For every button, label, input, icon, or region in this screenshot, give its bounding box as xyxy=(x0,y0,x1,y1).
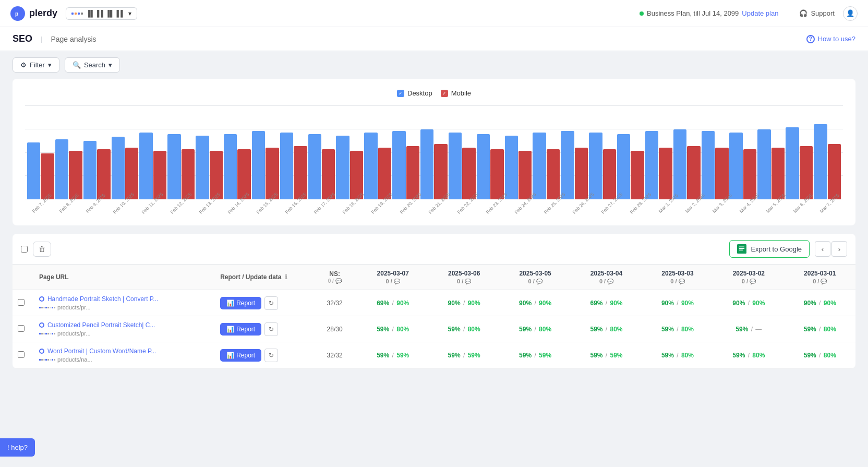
svg-rect-3 xyxy=(739,247,745,248)
select-all-checkbox[interactable] xyxy=(21,246,28,253)
refresh-button[interactable]: ↻ xyxy=(264,349,278,362)
thumb-pixel xyxy=(54,359,55,361)
score-a: 59% xyxy=(519,352,532,359)
row-report-cell: 📊 Report ↻ xyxy=(215,290,312,316)
bar-mobile xyxy=(828,144,841,199)
thumb-pixel xyxy=(50,307,51,308)
bar-mobile xyxy=(322,149,335,199)
thumb-pixel xyxy=(52,359,53,361)
bar-desktop xyxy=(729,133,742,199)
bar-desktop xyxy=(224,134,237,199)
bar-group xyxy=(757,129,785,199)
search-chevron-icon: ▾ xyxy=(108,61,112,69)
comment-icon: 💬 xyxy=(821,279,827,284)
report-button[interactable]: 📊 Report xyxy=(220,323,261,336)
bar-desktop xyxy=(449,133,462,199)
refresh-button[interactable]: ↻ xyxy=(264,322,278,336)
url-path: products/na... xyxy=(39,356,210,363)
bar-desktop xyxy=(702,131,715,199)
row-checkbox[interactable] xyxy=(18,299,25,306)
search-button[interactable]: 🔍 Search ▾ xyxy=(65,57,120,73)
score-b: 59% xyxy=(468,352,480,359)
toolbar: ⚙ Filter ▾ 🔍 Search ▾ xyxy=(0,51,868,79)
thumb-pixel xyxy=(39,333,41,334)
chart-container: ✓ Desktop ✓ Mobile Feb 7, 2025Feb 8, 202… xyxy=(13,79,855,225)
site-selector[interactable]: ▐▌▐ ▌▐▌▐ ▌ ▾ xyxy=(66,7,137,20)
score-a: 59% xyxy=(519,326,532,333)
export-google-button[interactable]: Export to Google xyxy=(729,240,810,258)
score-a: 59% xyxy=(448,326,461,333)
row-ns-cell: 28/30 xyxy=(312,316,357,342)
bar-group xyxy=(673,129,701,199)
score-b: 90% xyxy=(824,300,836,307)
date-sub: 0 / 💬 xyxy=(670,278,684,284)
top-navigation: p plerdy ▐▌▐ ▌▐▌▐ ▌ ▾ Business Plan, til… xyxy=(0,0,868,27)
bar-mobile xyxy=(294,146,307,199)
bar-group xyxy=(420,129,448,199)
row-score-cell: 69% / 90% xyxy=(357,290,428,316)
bar-group xyxy=(224,134,251,199)
thumb-pixel xyxy=(50,359,51,361)
row-score-cell: 59% / 80% xyxy=(785,316,855,342)
support-button[interactable]: 🎧 Support xyxy=(799,9,835,17)
date-label: 2025-03-01 xyxy=(804,270,836,277)
score-b: 90% xyxy=(752,300,765,307)
logo[interactable]: p plerdy xyxy=(10,6,57,21)
bar-group xyxy=(729,133,756,199)
bar-mobile xyxy=(771,148,785,199)
bar-mobile xyxy=(210,151,223,199)
date-label: 2025-03-07 xyxy=(377,270,409,277)
next-page-button[interactable]: › xyxy=(831,241,847,257)
bar-group xyxy=(83,141,111,199)
filter-label: Filter xyxy=(30,61,45,69)
thumb-pixel xyxy=(41,307,43,308)
bar-mobile xyxy=(659,148,672,199)
score-a: 59% xyxy=(804,352,816,359)
row-score-cell: 59% / 59% xyxy=(571,342,642,368)
thumb-pixel xyxy=(39,359,41,361)
url-link[interactable]: Word Portrait | Custom Word/Name P... xyxy=(47,348,156,355)
bar-group xyxy=(449,133,476,199)
filter-button[interactable]: ⚙ Filter ▾ xyxy=(13,57,59,73)
score-b: 80% xyxy=(539,326,551,333)
url-link[interactable]: Customized Pencil Portrait Sketch| C... xyxy=(47,321,155,329)
url-thumbnail xyxy=(39,333,55,334)
date-sub: 0 / 💬 xyxy=(457,278,471,284)
col-date-header: 2025-03-06 0 / 💬 xyxy=(428,265,499,290)
x-axis: Feb 7, 2025Feb 8, 2025Feb 9, 2025Feb 10,… xyxy=(25,199,843,220)
search-icon: 🔍 xyxy=(73,61,81,69)
score-b: 80% xyxy=(752,352,765,359)
bar-desktop xyxy=(420,129,433,199)
update-plan-link[interactable]: Update plan xyxy=(742,9,778,17)
how-to-use-label: How to use? xyxy=(818,35,855,43)
report-button[interactable]: 📊 Report xyxy=(220,297,261,309)
row-checkbox[interactable] xyxy=(18,325,25,332)
svg-rect-4 xyxy=(739,248,745,249)
bar-desktop xyxy=(308,134,321,199)
date-sub: 0 / 💬 xyxy=(813,278,827,284)
bar-desktop xyxy=(617,134,630,199)
score-a: 59% xyxy=(448,352,461,359)
filter-chevron-icon: ▾ xyxy=(48,61,52,69)
bar-group xyxy=(702,131,729,199)
how-to-use-link[interactable]: ? How to use? xyxy=(806,35,855,43)
row-ns-cell: 32/32 xyxy=(312,342,357,368)
score-a: 90% xyxy=(448,300,461,307)
refresh-button[interactable]: ↻ xyxy=(264,296,278,310)
url-link[interactable]: Handmade Portrait Sketch | Convert P... xyxy=(47,295,158,303)
delete-button[interactable]: 🗑 xyxy=(33,242,51,257)
chart-icon: 📊 xyxy=(226,352,234,359)
prev-page-button[interactable]: ‹ xyxy=(815,241,830,257)
report-button[interactable]: 📊 Report xyxy=(220,349,261,362)
bar-desktop xyxy=(561,131,574,199)
nav-right: 🎧 Support 👤 xyxy=(799,6,858,21)
page-header: SEO | Page analysis ? How to use? xyxy=(0,27,868,51)
comment-icon: 💬 xyxy=(679,279,685,284)
row-checkbox[interactable] xyxy=(18,351,25,358)
chart-legend: ✓ Desktop ✓ Mobile xyxy=(25,89,843,97)
user-avatar-button[interactable]: 👤 xyxy=(843,6,858,21)
row-score-cell: 59% / 80% xyxy=(642,342,713,368)
site-favicon xyxy=(71,13,83,15)
row-report-cell: 📊 Report ↻ xyxy=(215,342,312,368)
score-b: 90% xyxy=(610,300,623,307)
